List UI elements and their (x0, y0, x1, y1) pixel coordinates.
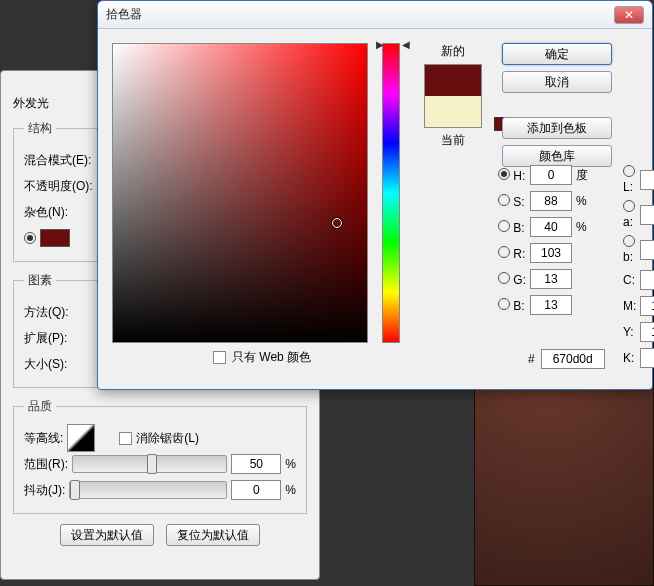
g-input[interactable] (530, 269, 572, 289)
L-label: L: (623, 180, 633, 194)
close-button[interactable]: ✕ (614, 6, 644, 24)
h-input[interactable] (530, 165, 572, 185)
b-unit: % (576, 220, 588, 234)
opacity-label: 不透明度(O): (24, 178, 93, 195)
lab-cmyk-inputs: L: a: b: C: % M: % Y: % K: % (623, 165, 654, 368)
color-radio[interactable] (24, 232, 36, 244)
L-radio[interactable] (623, 165, 635, 177)
b-label: B: (513, 221, 524, 235)
hue-slider-thumb[interactable]: ▶◀ (376, 39, 410, 50)
antialias-checkbox[interactable] (119, 432, 132, 445)
saturation-brightness-field[interactable] (112, 43, 368, 343)
g-label: G: (513, 273, 526, 287)
current-label: 当前 (441, 132, 465, 149)
range-slider[interactable] (72, 455, 227, 473)
M-input[interactable] (640, 296, 654, 316)
quality-group: 品质 等高线: 消除锯齿(L) 范围(R): % 抖动(J): % (13, 398, 307, 514)
r-input[interactable] (530, 243, 572, 263)
web-only-checkbox[interactable] (213, 351, 226, 364)
window-title: 拾色器 (106, 6, 608, 23)
s-unit: % (576, 194, 588, 208)
hsb-rgb-inputs: H: 度 S: % B: % R: G: B: (498, 165, 588, 315)
color-compare (424, 64, 482, 128)
contour-picker[interactable] (67, 424, 95, 452)
color-library-button[interactable]: 颜色库 (502, 145, 612, 167)
s-label: S: (513, 195, 524, 209)
M-label: M: (623, 299, 636, 313)
h-unit: 度 (576, 167, 588, 184)
bv-input[interactable] (530, 295, 572, 315)
range-input[interactable] (231, 454, 281, 474)
h-label: H: (513, 169, 525, 183)
b-input[interactable] (530, 217, 572, 237)
spread-label: 扩展(P): (24, 330, 67, 347)
web-only-label: 只有 Web 颜色 (232, 349, 311, 366)
b-radio[interactable] (498, 220, 510, 232)
range-label: 范围(R): (24, 456, 68, 473)
structure-legend: 结构 (24, 120, 56, 137)
size-label: 大小(S): (24, 356, 67, 373)
lab-b-label: b: (623, 250, 633, 264)
glow-color-swatch[interactable] (40, 229, 70, 247)
K-input[interactable] (640, 348, 654, 368)
a-label: a: (623, 215, 633, 229)
K-label: K: (623, 351, 636, 365)
cancel-button[interactable]: 取消 (502, 71, 612, 93)
antialias-label: 消除锯齿(L) (136, 430, 199, 447)
method-label: 方法(Q): (24, 304, 69, 321)
make-default-button[interactable]: 设置为默认值 (60, 524, 154, 546)
hash-label: # (528, 352, 535, 366)
lab-b-radio[interactable] (623, 235, 635, 247)
ok-button[interactable]: 确定 (502, 43, 612, 65)
jitter-label: 抖动(J): (24, 482, 65, 499)
range-pct: % (285, 457, 296, 471)
g-radio[interactable] (498, 272, 510, 284)
s-radio[interactable] (498, 194, 510, 206)
Y-input[interactable] (640, 322, 654, 342)
sb-cursor (332, 218, 342, 228)
s-input[interactable] (530, 191, 572, 211)
hex-input[interactable] (541, 349, 605, 369)
color-picker-window: 拾色器 ✕ ▶◀ 新的 当前 确定 取消 添加到色板 颜色库 H: (97, 0, 653, 390)
Y-label: Y: (623, 325, 636, 339)
noise-label: 杂色(N): (24, 204, 68, 221)
new-color-swatch[interactable] (425, 65, 481, 96)
lab-b-input[interactable] (640, 240, 654, 260)
a-input[interactable] (640, 205, 654, 225)
C-label: C: (623, 273, 636, 287)
titlebar[interactable]: 拾色器 ✕ (98, 1, 652, 29)
C-input[interactable] (640, 270, 654, 290)
jitter-slider[interactable] (69, 481, 227, 499)
bv-radio[interactable] (498, 298, 510, 310)
r-label: R: (513, 247, 525, 261)
r-radio[interactable] (498, 246, 510, 258)
a-radio[interactable] (623, 200, 635, 212)
reset-default-button[interactable]: 复位为默认值 (166, 524, 260, 546)
hue-strip[interactable] (382, 43, 400, 343)
L-input[interactable] (640, 170, 654, 190)
jitter-pct: % (285, 483, 296, 497)
h-radio[interactable] (498, 168, 510, 180)
elements-legend: 图素 (24, 272, 56, 289)
contour-label: 等高线: (24, 430, 63, 447)
add-swatch-button[interactable]: 添加到色板 (502, 117, 612, 139)
quality-legend: 品质 (24, 398, 56, 415)
bv-label: B: (513, 299, 524, 313)
current-color-swatch[interactable] (425, 96, 481, 127)
new-label: 新的 (441, 43, 465, 60)
jitter-input[interactable] (231, 480, 281, 500)
blend-mode-label: 混合模式(E): (24, 152, 91, 169)
